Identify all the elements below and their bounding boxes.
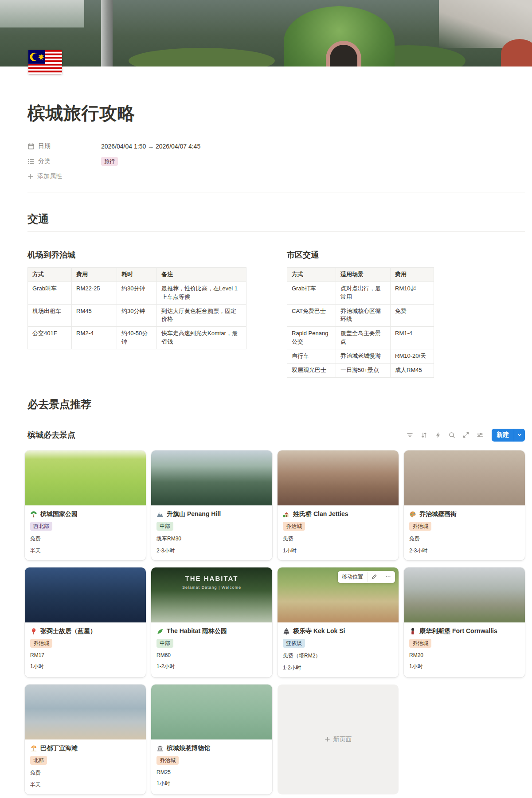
card-cover-image bbox=[151, 685, 272, 739]
table-row[interactable]: Rapid Penang公交覆盖全岛主要景点RM1-4 bbox=[287, 327, 434, 349]
table-row[interactable]: Grab打车点对点出行，最常用RM10起 bbox=[287, 282, 434, 304]
card-tag: 中部 bbox=[156, 522, 173, 531]
card-duration: 1-2小时 bbox=[283, 664, 393, 672]
card-price: 免费 bbox=[30, 535, 141, 543]
card-title: 巴都丁宜海滩 bbox=[40, 744, 78, 752]
divider bbox=[27, 231, 525, 232]
card-tag: 乔治城 bbox=[30, 639, 52, 648]
card-batu-ferringhi[interactable]: 巴都丁宜海滩 北部 免费 半天 bbox=[25, 685, 146, 794]
card-duration: 1小时 bbox=[283, 547, 393, 555]
settings-sliders-icon[interactable] bbox=[477, 432, 483, 438]
card-price: 免费 bbox=[409, 535, 520, 543]
table-row[interactable]: CAT免费巴士乔治城核心区循环线免费 bbox=[287, 304, 434, 327]
new-page-card[interactable]: 新页面 bbox=[278, 685, 399, 794]
card-title: 槟城娘惹博物馆 bbox=[167, 744, 210, 752]
divider bbox=[27, 192, 525, 192]
image-subcaption: Selamat Datang | Welcome bbox=[151, 585, 272, 590]
lightning-icon[interactable] bbox=[435, 432, 441, 438]
divider bbox=[27, 417, 525, 417]
move-position-button[interactable]: 移动位置 bbox=[338, 571, 367, 583]
card-title: 乔治城壁画街 bbox=[419, 510, 457, 518]
beach-umbrella-icon bbox=[30, 745, 37, 752]
new-button-chevron[interactable] bbox=[514, 429, 525, 442]
card-duration: 1小时 bbox=[156, 780, 267, 787]
date-value[interactable]: 2026/04/04 1:50 → 2026/04/07 4:45 bbox=[101, 143, 200, 150]
city-transport-table: 方式适用场景 费用 Grab打车点对点出行，最常用RM10起 CAT免费巴士乔治… bbox=[287, 267, 434, 378]
card-tag: 乔治城 bbox=[156, 756, 179, 765]
card-title: 姓氏桥 Clan Jetties bbox=[293, 510, 348, 518]
table-header-row: 方式费用 耗时备注 bbox=[28, 268, 246, 282]
card-duration: 1-2小时 bbox=[156, 663, 267, 670]
search-icon[interactable] bbox=[449, 432, 455, 438]
airport-transport-table: 方式费用 耗时备注 Grab叫车RM22-25 约30分钟最推荐，性价比高，在L… bbox=[27, 267, 246, 349]
artist-palette-icon bbox=[409, 511, 416, 518]
card-tag: 乔治城 bbox=[409, 522, 431, 531]
card-peranakan-museum[interactable]: 槟城娘惹博物馆 乔治城 RM25 1小时 bbox=[151, 685, 272, 794]
card-clan-jetties[interactable]: 姓氏桥 Clan Jetties 乔治城 免费 1小时 bbox=[278, 450, 399, 560]
gallery-grid: 槟城国家公园 西北部 免费 半天 升旗山 Penang Hill 中部 缆车RM… bbox=[25, 450, 525, 794]
airport-table-title: 机场到乔治城 bbox=[27, 250, 268, 260]
card-duration: 1小时 bbox=[30, 663, 141, 670]
card-duration: 2-3小时 bbox=[409, 547, 520, 555]
column-airport: 机场到乔治城 方式费用 耗时备注 Grab叫车RM22-25 约30分钟最推荐，… bbox=[27, 250, 268, 378]
table-row[interactable]: 自行车乔治城老城慢游RM10-20/天 bbox=[287, 349, 434, 363]
card-title: 槟城国家公园 bbox=[40, 510, 78, 518]
card-duration: 2-3小时 bbox=[156, 547, 267, 555]
gallery-view-title[interactable]: 槟城必去景点 bbox=[27, 430, 75, 440]
mountain-icon bbox=[156, 511, 164, 518]
card-tag: 西北部 bbox=[30, 522, 52, 531]
card-title: 极乐寺 Kek Lok Si bbox=[293, 627, 345, 635]
filter-icon[interactable] bbox=[407, 432, 413, 438]
add-property-button[interactable]: 添加属性 bbox=[27, 169, 525, 184]
card-price: RM20 bbox=[409, 652, 520, 658]
property-label: 分类 bbox=[38, 157, 51, 165]
card-duration: 半天 bbox=[30, 547, 141, 555]
page-title[interactable]: 槟城旅行攻略 bbox=[25, 101, 525, 125]
card-title: 升旗山 Penang Hill bbox=[167, 510, 221, 518]
property-list: 日期 2026/04/04 1:50 → 2026/04/07 4:45 分类 … bbox=[25, 139, 525, 184]
card-duration: 半天 bbox=[30, 781, 141, 789]
malaysia-flag-icon[interactable] bbox=[28, 50, 62, 74]
expand-icon[interactable] bbox=[463, 432, 469, 438]
property-label: 日期 bbox=[38, 142, 51, 150]
card-title: 张弼士故居（蓝屋） bbox=[40, 627, 96, 635]
chevron-down-icon bbox=[517, 433, 522, 437]
card-street-art[interactable]: 乔治城壁画街 乔治城 免费 2-3小时 bbox=[404, 450, 525, 560]
herb-icon bbox=[156, 628, 164, 635]
card-cover-image bbox=[278, 450, 399, 505]
card-price: 免费 bbox=[283, 535, 393, 543]
card-price: RM60 bbox=[156, 652, 267, 658]
new-button[interactable]: 新建 bbox=[492, 429, 525, 442]
card-the-habitat[interactable]: THE HABITAT Selamat Datang | Welcome The… bbox=[151, 567, 272, 677]
card-price: 免费（塔RM2） bbox=[283, 652, 393, 660]
property-row-category[interactable]: 分类 旅行 bbox=[27, 154, 525, 169]
card-tag: 中部 bbox=[156, 639, 173, 648]
card-duration: 1小时 bbox=[409, 663, 520, 670]
table-row[interactable]: 双层观光巴士一日游50+景点成人RM45 bbox=[287, 363, 434, 377]
card-cover-image bbox=[25, 450, 146, 505]
card-cover-image bbox=[404, 450, 525, 505]
card-cover-image bbox=[25, 567, 146, 622]
card-price: RM25 bbox=[156, 769, 267, 775]
category-tag[interactable]: 旅行 bbox=[101, 157, 118, 166]
card-tag: 乔治城 bbox=[409, 639, 431, 648]
house-garden-icon bbox=[283, 511, 290, 518]
edit-pencil-icon[interactable] bbox=[367, 572, 381, 582]
card-kek-lok-si[interactable]: 移动位置 极乐寺 Kek Lok Si 亚依淡 免费（塔RM2） 1-2小时 bbox=[278, 567, 399, 677]
guard-icon bbox=[409, 628, 416, 635]
section-title-attractions: 必去景点推荐 bbox=[27, 397, 525, 411]
card-penang-national-park[interactable]: 槟城国家公园 西北部 免费 半天 bbox=[25, 450, 146, 560]
sort-icon[interactable] bbox=[421, 432, 427, 438]
table-row[interactable]: Grab叫车RM22-25 约30分钟最推荐，性价比高，在Level 1上车点等… bbox=[28, 282, 246, 304]
more-options-icon[interactable] bbox=[381, 572, 395, 582]
table-row[interactable]: 机场出租车RM45 约30分钟到达大厅黄色柜台购票，固定价格 bbox=[28, 304, 246, 327]
card-cover-image: THE HABITAT Selamat Datang | Welcome bbox=[151, 567, 272, 622]
card-tag: 亚依淡 bbox=[283, 639, 305, 648]
plus-icon bbox=[325, 736, 330, 742]
table-row[interactable]: 公交401ERM2-4 约40-50分钟快车走高速到光大Komtar，最省钱 bbox=[28, 327, 246, 349]
round-pushpin-icon bbox=[30, 628, 37, 635]
card-blue-mansion[interactable]: 张弼士故居（蓝屋） 乔治城 RM17 1小时 bbox=[25, 567, 146, 677]
card-fort-cornwallis[interactable]: 康华利斯堡 Fort Cornwallis 乔治城 RM20 1小时 bbox=[404, 567, 525, 677]
property-row-date[interactable]: 日期 2026/04/04 1:50 → 2026/04/07 4:45 bbox=[27, 139, 525, 154]
card-penang-hill[interactable]: 升旗山 Penang Hill 中部 缆车RM30 2-3小时 bbox=[151, 450, 272, 560]
